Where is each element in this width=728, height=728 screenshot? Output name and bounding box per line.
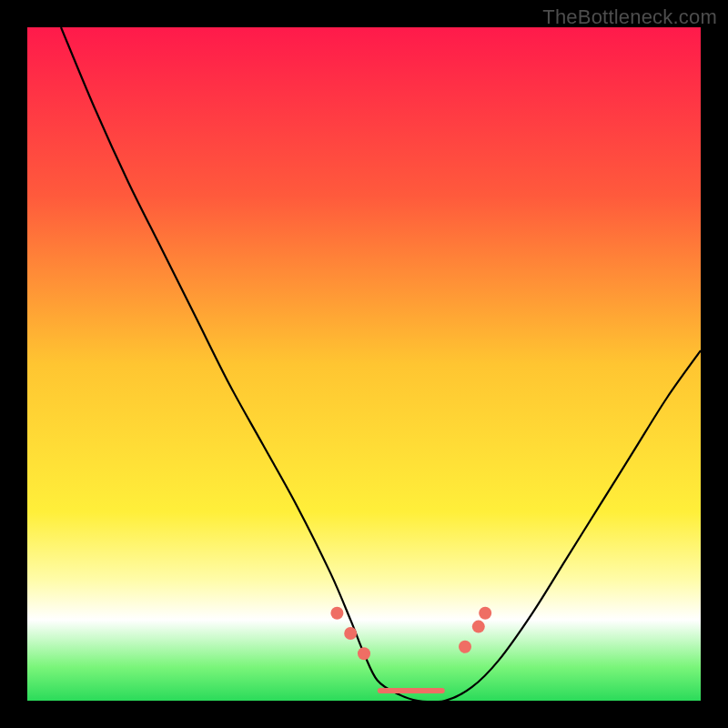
- valley-floor: [378, 688, 445, 693]
- svg-rect-0: [378, 688, 445, 693]
- svg-point-2: [344, 627, 357, 640]
- bottleneck-chart: [27, 27, 701, 701]
- svg-point-4: [459, 641, 471, 653]
- chart-frame: TheBottleneck.com: [0, 0, 728, 728]
- svg-point-6: [479, 607, 491, 620]
- svg-point-3: [358, 647, 370, 660]
- svg-point-1: [330, 607, 343, 620]
- svg-point-5: [472, 621, 485, 633]
- attribution-text: TheBottleneck.com: [542, 5, 717, 29]
- gradient-background: [27, 27, 701, 701]
- plot-area: [27, 27, 701, 701]
